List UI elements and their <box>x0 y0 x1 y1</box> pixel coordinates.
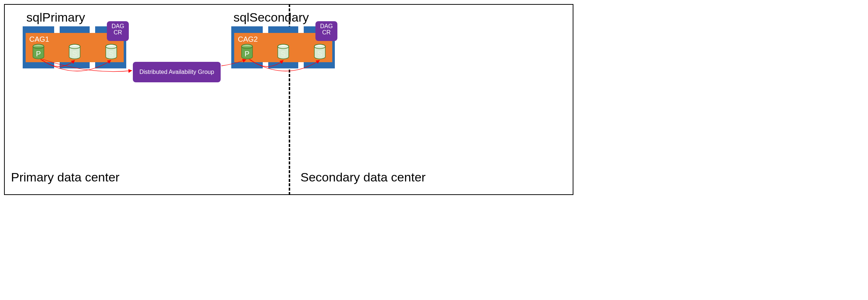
right-db-secondary-1-label: S <box>277 50 289 58</box>
right-dag-badge: DAG CR <box>315 21 337 41</box>
left-dag-badge-line2: CR <box>107 30 129 36</box>
dag-box: Distributed Availability Group <box>133 62 221 82</box>
left-dag-badge: DAG CR <box>107 21 129 41</box>
right-db-secondary-1: S <box>277 44 289 59</box>
right-db-primary-label: P <box>241 50 253 58</box>
left-db-secondary-1-label: S <box>68 50 81 58</box>
dag-box-label: Distributed Availability Group <box>139 69 214 75</box>
left-db-primary-label: P <box>32 50 45 58</box>
diagram-canvas: sqlPrimary CAG1 DAG CR P S S <box>0 0 578 200</box>
right-dag-badge-line2: CR <box>315 30 337 36</box>
left-cag-label: CAG1 <box>29 35 49 43</box>
left-server-title: sqlPrimary <box>26 10 85 25</box>
left-dag-badge-line1: DAG <box>107 23 129 30</box>
right-dc-title: Secondary data center <box>300 170 426 184</box>
right-db-primary: P <box>241 44 253 59</box>
right-cag-label: CAG2 <box>238 35 258 43</box>
right-dag-badge-line1: DAG <box>315 23 337 30</box>
left-db-primary: P <box>32 44 45 59</box>
right-server-title: sqlSecondary <box>233 10 309 25</box>
left-db-secondary-1: S <box>68 44 81 59</box>
right-db-secondary-2-label: S <box>314 50 326 58</box>
left-db-secondary-2: S <box>105 44 117 59</box>
left-db-secondary-2-label: S <box>105 50 117 58</box>
right-db-secondary-2: S <box>314 44 326 59</box>
left-dc-title: Primary data center <box>11 170 120 184</box>
